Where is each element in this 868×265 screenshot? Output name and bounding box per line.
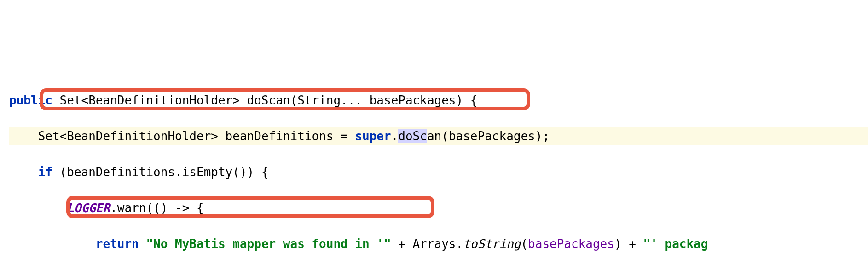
code-block: public Set<BeanDefinitionHolder> doScan(… <box>9 74 868 265</box>
keyword-public: public <box>9 93 52 107</box>
logger-ref: LOGGER <box>67 201 110 215</box>
keyword-super: super <box>355 129 391 143</box>
code-line: if (beanDefinitions.isEmpty()) { <box>9 163 868 181</box>
string-literal: "' packag <box>643 237 708 251</box>
keyword-return: return <box>96 237 139 251</box>
parameter-ref: basePackages <box>528 237 614 251</box>
code-line-highlighted: Set<BeanDefinitionHolder> beanDefinition… <box>9 127 868 145</box>
warn-call: .warn(() -> { <box>110 201 204 215</box>
code-line: LOGGER.warn(() -> { <box>9 199 868 217</box>
variable-declaration: Set<BeanDefinitionHolder> beanDefinition… <box>38 129 355 143</box>
method-args: (basePackages); <box>441 129 550 143</box>
code-line: return "No MyBatis mapper was found in '… <box>9 235 868 253</box>
code-line: public Set<BeanDefinitionHolder> doScan(… <box>9 92 868 109</box>
keyword-if: if <box>38 165 52 179</box>
if-condition: (beanDefinitions.isEmpty()) { <box>52 165 269 179</box>
string-literal: "No MyBatis mapper was found in '" <box>146 237 391 251</box>
static-method-call: toString <box>463 237 521 251</box>
selected-text: doSc <box>398 129 427 143</box>
method-signature: Set<BeanDefinitionHolder> doScan(String.… <box>52 93 478 107</box>
